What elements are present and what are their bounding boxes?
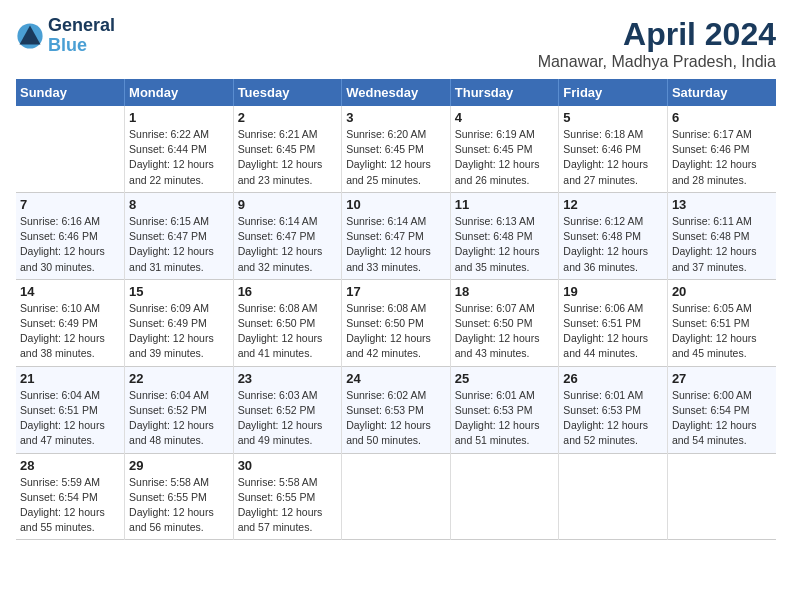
header-day-wednesday: Wednesday: [342, 79, 451, 106]
header-day-friday: Friday: [559, 79, 668, 106]
day-number: 24: [346, 371, 446, 386]
day-number: 28: [20, 458, 120, 473]
day-info: Sunrise: 6:14 AMSunset: 6:47 PMDaylight:…: [238, 214, 338, 275]
day-number: 26: [563, 371, 663, 386]
day-info: Sunrise: 5:58 AMSunset: 6:55 PMDaylight:…: [238, 475, 338, 536]
day-number: 6: [672, 110, 772, 125]
calendar-cell: [450, 453, 559, 540]
calendar-cell: [342, 453, 451, 540]
day-info: Sunrise: 6:06 AMSunset: 6:51 PMDaylight:…: [563, 301, 663, 362]
day-number: 15: [129, 284, 229, 299]
day-number: 4: [455, 110, 555, 125]
calendar-cell: 9Sunrise: 6:14 AMSunset: 6:47 PMDaylight…: [233, 192, 342, 279]
calendar-cell: 6Sunrise: 6:17 AMSunset: 6:46 PMDaylight…: [667, 106, 776, 192]
day-info: Sunrise: 6:02 AMSunset: 6:53 PMDaylight:…: [346, 388, 446, 449]
day-number: 3: [346, 110, 446, 125]
day-number: 25: [455, 371, 555, 386]
day-info: Sunrise: 6:09 AMSunset: 6:49 PMDaylight:…: [129, 301, 229, 362]
day-number: 8: [129, 197, 229, 212]
calendar-cell: 21Sunrise: 6:04 AMSunset: 6:51 PMDayligh…: [16, 366, 125, 453]
day-info: Sunrise: 6:19 AMSunset: 6:45 PMDaylight:…: [455, 127, 555, 188]
day-info: Sunrise: 6:17 AMSunset: 6:46 PMDaylight:…: [672, 127, 772, 188]
day-number: 21: [20, 371, 120, 386]
day-info: Sunrise: 6:08 AMSunset: 6:50 PMDaylight:…: [346, 301, 446, 362]
calendar-cell: 15Sunrise: 6:09 AMSunset: 6:49 PMDayligh…: [125, 279, 234, 366]
day-number: 9: [238, 197, 338, 212]
day-info: Sunrise: 6:01 AMSunset: 6:53 PMDaylight:…: [563, 388, 663, 449]
header-day-thursday: Thursday: [450, 79, 559, 106]
day-info: Sunrise: 6:04 AMSunset: 6:51 PMDaylight:…: [20, 388, 120, 449]
title-block: April 2024 Manawar, Madhya Pradesh, Indi…: [538, 16, 776, 71]
day-number: 12: [563, 197, 663, 212]
day-info: Sunrise: 6:00 AMSunset: 6:54 PMDaylight:…: [672, 388, 772, 449]
day-info: Sunrise: 5:58 AMSunset: 6:55 PMDaylight:…: [129, 475, 229, 536]
main-title: April 2024: [538, 16, 776, 53]
day-info: Sunrise: 6:13 AMSunset: 6:48 PMDaylight:…: [455, 214, 555, 275]
calendar-cell: [667, 453, 776, 540]
calendar-cell: 5Sunrise: 6:18 AMSunset: 6:46 PMDaylight…: [559, 106, 668, 192]
calendar-cell: 4Sunrise: 6:19 AMSunset: 6:45 PMDaylight…: [450, 106, 559, 192]
calendar-cell: 22Sunrise: 6:04 AMSunset: 6:52 PMDayligh…: [125, 366, 234, 453]
calendar-cell: 26Sunrise: 6:01 AMSunset: 6:53 PMDayligh…: [559, 366, 668, 453]
day-info: Sunrise: 6:18 AMSunset: 6:46 PMDaylight:…: [563, 127, 663, 188]
day-info: Sunrise: 6:08 AMSunset: 6:50 PMDaylight:…: [238, 301, 338, 362]
week-row-4: 21Sunrise: 6:04 AMSunset: 6:51 PMDayligh…: [16, 366, 776, 453]
day-info: Sunrise: 6:11 AMSunset: 6:48 PMDaylight:…: [672, 214, 772, 275]
day-number: 5: [563, 110, 663, 125]
week-row-1: 1Sunrise: 6:22 AMSunset: 6:44 PMDaylight…: [16, 106, 776, 192]
logo-icon: [16, 22, 44, 50]
calendar-cell: 1Sunrise: 6:22 AMSunset: 6:44 PMDaylight…: [125, 106, 234, 192]
day-number: 10: [346, 197, 446, 212]
calendar-cell: 14Sunrise: 6:10 AMSunset: 6:49 PMDayligh…: [16, 279, 125, 366]
day-number: 2: [238, 110, 338, 125]
calendar-cell: 28Sunrise: 5:59 AMSunset: 6:54 PMDayligh…: [16, 453, 125, 540]
day-number: 14: [20, 284, 120, 299]
calendar-cell: 3Sunrise: 6:20 AMSunset: 6:45 PMDaylight…: [342, 106, 451, 192]
page-header: General Blue April 2024 Manawar, Madhya …: [16, 16, 776, 71]
day-info: Sunrise: 6:03 AMSunset: 6:52 PMDaylight:…: [238, 388, 338, 449]
day-number: 29: [129, 458, 229, 473]
day-number: 30: [238, 458, 338, 473]
day-info: Sunrise: 6:07 AMSunset: 6:50 PMDaylight:…: [455, 301, 555, 362]
calendar-table: SundayMondayTuesdayWednesdayThursdayFrid…: [16, 79, 776, 540]
calendar-cell: [559, 453, 668, 540]
calendar-cell: 19Sunrise: 6:06 AMSunset: 6:51 PMDayligh…: [559, 279, 668, 366]
week-row-3: 14Sunrise: 6:10 AMSunset: 6:49 PMDayligh…: [16, 279, 776, 366]
day-info: Sunrise: 6:10 AMSunset: 6:49 PMDaylight:…: [20, 301, 120, 362]
day-info: Sunrise: 6:22 AMSunset: 6:44 PMDaylight:…: [129, 127, 229, 188]
calendar-cell: 7Sunrise: 6:16 AMSunset: 6:46 PMDaylight…: [16, 192, 125, 279]
day-number: 11: [455, 197, 555, 212]
day-number: 17: [346, 284, 446, 299]
day-number: 23: [238, 371, 338, 386]
calendar-cell: 2Sunrise: 6:21 AMSunset: 6:45 PMDaylight…: [233, 106, 342, 192]
logo: General Blue: [16, 16, 115, 56]
logo-text: General Blue: [48, 16, 115, 56]
header-day-monday: Monday: [125, 79, 234, 106]
week-row-2: 7Sunrise: 6:16 AMSunset: 6:46 PMDaylight…: [16, 192, 776, 279]
header-day-tuesday: Tuesday: [233, 79, 342, 106]
day-info: Sunrise: 6:12 AMSunset: 6:48 PMDaylight:…: [563, 214, 663, 275]
subtitle: Manawar, Madhya Pradesh, India: [538, 53, 776, 71]
calendar-cell: 20Sunrise: 6:05 AMSunset: 6:51 PMDayligh…: [667, 279, 776, 366]
header-day-saturday: Saturday: [667, 79, 776, 106]
day-number: 18: [455, 284, 555, 299]
calendar-cell: 18Sunrise: 6:07 AMSunset: 6:50 PMDayligh…: [450, 279, 559, 366]
day-number: 7: [20, 197, 120, 212]
day-info: Sunrise: 6:01 AMSunset: 6:53 PMDaylight:…: [455, 388, 555, 449]
day-number: 27: [672, 371, 772, 386]
day-info: Sunrise: 6:20 AMSunset: 6:45 PMDaylight:…: [346, 127, 446, 188]
calendar-cell: 11Sunrise: 6:13 AMSunset: 6:48 PMDayligh…: [450, 192, 559, 279]
day-info: Sunrise: 6:16 AMSunset: 6:46 PMDaylight:…: [20, 214, 120, 275]
calendar-body: 1Sunrise: 6:22 AMSunset: 6:44 PMDaylight…: [16, 106, 776, 540]
header-day-sunday: Sunday: [16, 79, 125, 106]
calendar-cell: 29Sunrise: 5:58 AMSunset: 6:55 PMDayligh…: [125, 453, 234, 540]
day-info: Sunrise: 6:14 AMSunset: 6:47 PMDaylight:…: [346, 214, 446, 275]
day-number: 19: [563, 284, 663, 299]
day-number: 1: [129, 110, 229, 125]
day-info: Sunrise: 6:04 AMSunset: 6:52 PMDaylight:…: [129, 388, 229, 449]
day-number: 13: [672, 197, 772, 212]
calendar-cell: 16Sunrise: 6:08 AMSunset: 6:50 PMDayligh…: [233, 279, 342, 366]
day-number: 22: [129, 371, 229, 386]
day-number: 16: [238, 284, 338, 299]
week-row-5: 28Sunrise: 5:59 AMSunset: 6:54 PMDayligh…: [16, 453, 776, 540]
